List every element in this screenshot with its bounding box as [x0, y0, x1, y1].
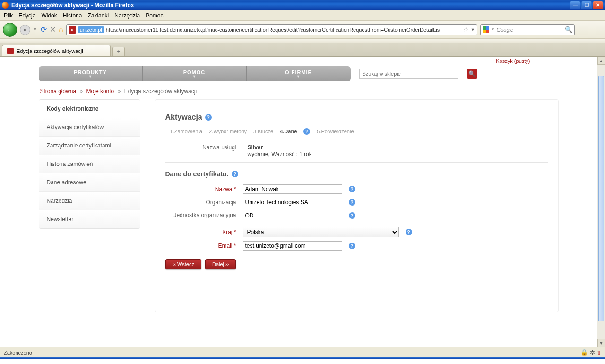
breadcrumb-home[interactable]: Strona główna	[40, 88, 77, 95]
help-icon[interactable]: ?	[205, 114, 212, 121]
label-kraj: Kraj *	[165, 229, 236, 235]
browser-search-input[interactable]	[497, 27, 563, 33]
nav-ofirmie[interactable]: O FIRMIE▾	[247, 66, 351, 81]
sidebar-item-narzedzia[interactable]: Narzędzia	[39, 192, 140, 210]
scroll-thumb[interactable]	[598, 76, 604, 321]
main-nav: PRODUKTY▾ POMOC▾ O FIRMIE▾	[39, 66, 351, 81]
breadcrumb-account[interactable]: Moje konto	[86, 88, 114, 95]
search-icon: 🔍	[468, 70, 475, 77]
url-text: https://muccustomer11.test.demo.unizeto.…	[106, 27, 461, 33]
sidebar-item-dane[interactable]: Dane adresowe	[39, 173, 140, 192]
input-organizacja[interactable]	[243, 198, 342, 207]
window-minimize-button[interactable]: —	[570, 1, 580, 9]
sidebar-item-kody[interactable]: Kody elektroniczne	[39, 100, 140, 118]
step-1: 1.Zamówienia	[170, 129, 202, 134]
url-bar[interactable]: u unizeto.pl https://muccustomer11.test.…	[66, 24, 477, 35]
status-text: Zakończono	[4, 350, 32, 355]
step-2: 2.Wybór metody	[209, 129, 247, 134]
nav-produkty[interactable]: PRODUKTY▾	[39, 66, 143, 81]
menu-history[interactable]: Historia	[63, 12, 82, 19]
menu-view[interactable]: Widok	[41, 12, 57, 19]
help-icon[interactable]: ?	[349, 199, 355, 206]
chevron-down-icon: ▾	[89, 75, 92, 78]
menu-tools[interactable]: Narzędzia	[114, 12, 140, 19]
bookmark-toolbar	[0, 39, 605, 43]
chevron-down-icon: ▾	[297, 75, 300, 78]
menu-file[interactable]: Plik	[4, 12, 13, 19]
help-icon[interactable]: ?	[349, 212, 355, 219]
input-email[interactable]	[243, 241, 342, 251]
browser-search-bar[interactable]: ▼ 🔍	[480, 24, 575, 35]
help-icon[interactable]: ?	[303, 128, 310, 135]
shop-search-input[interactable]	[359, 69, 458, 79]
firefox-icon	[2, 2, 9, 9]
help-icon[interactable]: ?	[349, 243, 355, 249]
reload-icon[interactable]: ⟳	[41, 25, 47, 34]
tab-bar: Edycja szczegółów aktywacji +	[0, 43, 605, 57]
search-go-icon[interactable]: 🔍	[565, 26, 572, 33]
sidebar-item-newsletter[interactable]: Newsletter	[39, 210, 140, 228]
wizard-steps: 1.Zamówienia 2.Wybór metody 3.Klucze 4.D…	[170, 128, 548, 135]
window-maximize-button[interactable]: ❐	[581, 1, 592, 9]
chevron-down-icon: ▾	[193, 75, 196, 78]
label-organizacja: Organizacja	[165, 199, 236, 206]
window-close-button[interactable]: ✕	[593, 1, 603, 9]
label-nazwa: Nazwa *	[165, 186, 236, 192]
nav-back-button[interactable]	[3, 23, 17, 37]
window-titlebar: Edycja szczegółów aktywacji - Mozilla Fi…	[0, 0, 605, 10]
top-links-strip: Koszyk (pusty)	[39, 57, 559, 65]
tab-label: Edycja szczegółów aktywacji	[17, 48, 83, 54]
page-heading: Aktywacja	[165, 113, 202, 121]
label-email: Email *	[165, 243, 236, 249]
scroll-up-arrow[interactable]: ▲	[597, 57, 605, 65]
menu-bookmarks[interactable]: Zakładki	[87, 12, 109, 19]
scroll-down-arrow[interactable]: ▼	[597, 339, 605, 347]
menu-edit[interactable]: Edycja	[18, 12, 35, 19]
cart-link[interactable]: Koszyk (pusty)	[496, 58, 530, 64]
google-icon	[483, 26, 489, 33]
url-dropdown-icon[interactable]: ▼	[471, 27, 475, 32]
help-icon[interactable]: ?	[406, 229, 412, 235]
stop-icon[interactable]: ✕	[50, 25, 56, 34]
input-jednostka[interactable]	[243, 211, 342, 220]
tool-icon[interactable]: T	[597, 349, 601, 356]
nav-forward-button[interactable]	[20, 25, 30, 35]
step-3: 3.Klucze	[253, 129, 273, 134]
page-scrollbar[interactable]: ▲ ▼	[597, 57, 605, 347]
nav-pomoc[interactable]: POMOC▾	[143, 66, 247, 81]
service-detail: wydanie, Ważność : 1 rok	[248, 151, 312, 157]
site-favicon: u	[69, 26, 76, 34]
search-engine-dropdown-icon[interactable]: ▼	[491, 27, 495, 32]
gear-icon[interactable]: ✲	[590, 349, 595, 356]
step-5: 5.Potwierdzenie	[317, 129, 354, 134]
bookmark-star-icon[interactable]: ☆	[463, 26, 469, 33]
help-icon[interactable]: ?	[349, 186, 355, 192]
breadcrumb: Strona główna » Moje konto » Edycja szcz…	[40, 88, 559, 95]
input-nazwa[interactable]	[243, 184, 342, 194]
new-tab-button[interactable]: +	[112, 47, 125, 56]
sidebar-item-zarzadzanie[interactable]: Zarządzanie certyfikatami	[39, 137, 140, 155]
section-title: Dane do certyfikatu:	[165, 170, 229, 178]
sidebar-item-aktywacja[interactable]: Aktywacja certyfikatów	[39, 118, 140, 137]
url-domain: unizeto.pl	[78, 26, 104, 33]
main-panel: Aktywacja ? 1.Zamówienia 2.Wybór metody …	[155, 99, 559, 312]
browser-statusbar: Zakończono 🔒 ✲ T	[0, 347, 605, 357]
account-sidebar: Kody elektroniczne Aktywacja certyfikató…	[39, 99, 140, 229]
browser-toolbar: ▼ ⟳ ✕ ⌂ u unizeto.pl https://muccustomer…	[0, 21, 605, 39]
browser-menubar: Plik Edycja Widok Historia Zakładki Narz…	[0, 10, 605, 21]
tab-favicon	[7, 48, 14, 54]
shop-search-button[interactable]: 🔍	[467, 69, 477, 79]
nav-history-dropdown[interactable]: ▼	[33, 23, 38, 37]
help-icon[interactable]: ?	[232, 171, 238, 177]
sidebar-item-historia[interactable]: Historia zamówień	[39, 155, 140, 173]
select-kraj[interactable]: Polska	[243, 227, 399, 237]
window-title: Edycja szczegółów aktywacji - Mozilla Fi…	[11, 2, 134, 9]
label-jednostka: Jednostka organizacyjna	[165, 211, 236, 218]
next-button[interactable]: Dalej ››	[205, 259, 236, 269]
back-button[interactable]: ‹‹ Wstecz	[165, 259, 201, 269]
browser-tab[interactable]: Edycja szczegółów aktywacji	[2, 45, 111, 56]
home-icon[interactable]: ⌂	[59, 26, 63, 34]
service-label: Nazwa usługi	[165, 144, 236, 151]
step-4: 4.Dane	[280, 129, 297, 134]
menu-help[interactable]: Pomoc	[146, 12, 163, 19]
